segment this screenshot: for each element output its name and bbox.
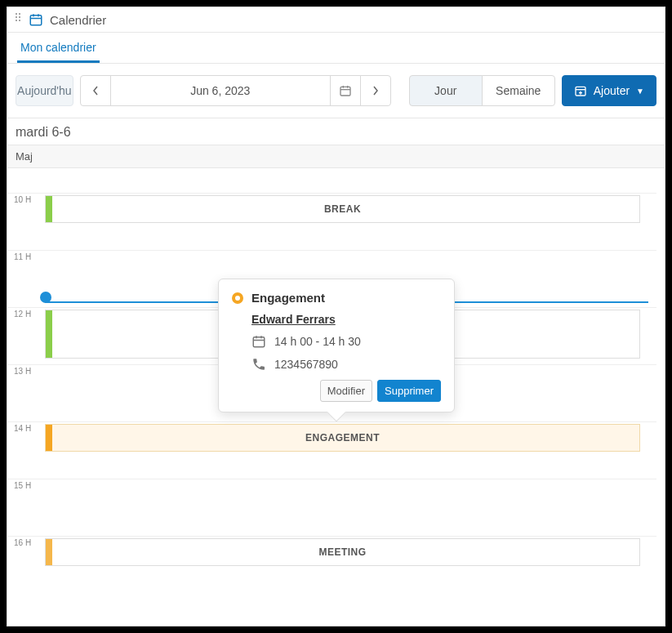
hour-label: 12 H xyxy=(14,310,31,319)
day-header: mardi 6-6 xyxy=(7,118,665,145)
caret-down-icon: ▼ xyxy=(636,87,644,96)
timeline: 10 H BREAK 11 H 12 H 13 H 14 H ENGAGEMEN… xyxy=(7,168,665,593)
hour-label: 15 H xyxy=(14,481,31,490)
popover-time-row: 14 h 00 - 14 h 30 xyxy=(251,334,441,349)
event-title: MEETING xyxy=(318,546,366,558)
toolbar: Aujourd'hu Jun 6, 2023 Jour Semaine Ajou… xyxy=(7,64,665,118)
hour-block: 16 H MEETING xyxy=(7,536,656,593)
date-nav: Jun 6, 2023 xyxy=(80,75,391,106)
calendar-icon xyxy=(29,12,43,27)
view-toggle: Jour Semaine xyxy=(409,75,555,106)
hour-label: 14 H xyxy=(14,424,31,433)
hour-block: 15 H xyxy=(7,479,656,536)
event-color-bar xyxy=(46,425,52,451)
chevron-right-icon xyxy=(372,86,379,96)
delete-button[interactable]: Supprimer xyxy=(377,380,441,402)
edit-button[interactable]: Modifier xyxy=(320,380,372,402)
popover-phone: 1234567890 xyxy=(274,358,338,371)
calendar-icon xyxy=(251,334,266,349)
calendar-icon xyxy=(339,84,352,97)
svg-rect-12 xyxy=(253,337,265,347)
event-engagement[interactable]: ENGAGEMENT xyxy=(45,424,640,452)
svg-rect-4 xyxy=(340,87,350,96)
event-title: BREAK xyxy=(324,203,361,215)
hour-block: 14 H ENGAGEMENT xyxy=(7,421,656,479)
resource-row: Maj xyxy=(7,145,665,168)
chevron-left-icon xyxy=(92,86,99,96)
popover-time: 14 h 00 - 14 h 30 xyxy=(274,335,361,348)
view-week-button[interactable]: Semaine xyxy=(482,75,555,106)
date-display: Jun 6, 2023 xyxy=(110,75,331,106)
popover-phone-row: 1234567890 xyxy=(251,357,441,372)
status-ring-icon xyxy=(232,292,243,304)
calendar-add-icon xyxy=(574,84,587,97)
event-title: ENGAGEMENT xyxy=(305,432,380,444)
svg-rect-0 xyxy=(30,16,42,25)
today-button[interactable]: Aujourd'hu xyxy=(16,75,73,106)
person-link[interactable]: Edward Ferrars xyxy=(251,313,441,326)
calendar-app: Calendrier Mon calendrier Aujourd'hu Jun… xyxy=(7,7,665,626)
popover-actions: Modifier Supprimer xyxy=(232,380,441,402)
widget-title: Calendrier xyxy=(50,13,106,27)
phone-icon xyxy=(251,357,266,372)
hour-label: 10 H xyxy=(14,195,31,204)
event-color-bar xyxy=(46,310,52,358)
event-break[interactable]: BREAK xyxy=(45,195,640,223)
add-button[interactable]: Ajouter ▼ xyxy=(562,75,656,106)
hour-label: 11 H xyxy=(14,252,31,261)
prev-button[interactable] xyxy=(80,75,111,106)
hour-label: 13 H xyxy=(14,367,31,376)
hour-label: 16 H xyxy=(14,538,31,547)
add-button-label: Ajouter xyxy=(594,84,630,97)
next-button[interactable] xyxy=(360,75,391,106)
view-day-button[interactable]: Jour xyxy=(409,75,483,106)
hour-block: 10 H BREAK xyxy=(7,193,656,250)
popover-header: Engagement xyxy=(232,291,441,305)
popover-title: Engagement xyxy=(251,291,325,305)
event-color-bar xyxy=(46,196,52,222)
date-picker-button[interactable] xyxy=(330,75,361,106)
event-color-bar xyxy=(46,539,52,565)
widget-header: Calendrier xyxy=(7,7,665,33)
tab-bar: Mon calendrier xyxy=(7,33,665,64)
event-meeting[interactable]: MEETING xyxy=(45,538,640,566)
drag-handle-icon[interactable] xyxy=(16,13,22,26)
event-popover: Engagement Edward Ferrars 14 h 00 - 14 h… xyxy=(218,279,455,412)
tab-my-calendar[interactable]: Mon calendrier xyxy=(17,33,100,63)
